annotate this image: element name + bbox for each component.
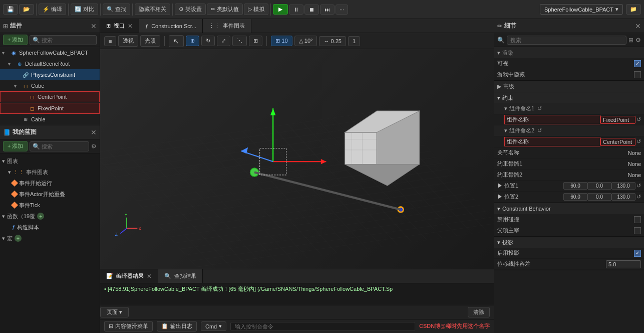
comp2-name-input[interactable] [600, 138, 635, 146]
pos1-z[interactable] [611, 182, 635, 190]
hide-button[interactable]: 隐藏不相关 [135, 4, 170, 15]
viewport-tab-close[interactable]: ✕ [128, 23, 133, 30]
visibility-checkbox[interactable]: ✓ [634, 60, 641, 67]
blueprint-search-input[interactable] [42, 143, 86, 149]
reset-comp1-icon[interactable]: ↺ [537, 105, 542, 112]
hamburger-button[interactable]: ≡ [104, 36, 116, 46]
add-function-button[interactable]: + [37, 213, 44, 220]
tree-item-cable[interactable]: ≋ Cable [0, 114, 100, 125]
tab-viewport[interactable]: ⊞ 视口 ✕ [100, 19, 139, 33]
angle-button[interactable]: △ 10° [294, 36, 317, 46]
add-macro-button[interactable]: + [15, 235, 22, 242]
snap-button[interactable]: ↔ 0.25 [319, 36, 346, 46]
function-construct[interactable]: ƒ 构造脚本 [0, 222, 100, 233]
more-button[interactable]: ··· [336, 5, 348, 15]
details-layout-icon[interactable]: ⊞ [628, 37, 633, 44]
comp1-name-input[interactable] [600, 116, 635, 124]
tree-item-physicsconstraint[interactable]: 🔗 PhysicsConstraint [0, 69, 100, 80]
pos2-x[interactable] [563, 193, 587, 201]
section-event-graph[interactable]: ▾ ⋮⋮ 事件图表 [0, 166, 100, 178]
simulate-button[interactable]: ▷ 模拟 [244, 4, 268, 15]
scale-button[interactable]: ⤢ [217, 36, 230, 46]
class-defaults-button[interactable]: ✏ 类默认值 [207, 4, 243, 15]
projection-header[interactable]: ▾ 投影 [494, 237, 644, 248]
blueprint-close[interactable]: ✕ [91, 128, 97, 136]
pos1-y[interactable] [587, 182, 611, 190]
translate-button[interactable]: ⊕ [186, 36, 199, 46]
components-search[interactable]: 🔍 [30, 35, 97, 45]
comp-name2-header[interactable]: ▾ 组件命名2 ↺ [494, 125, 644, 136]
linear-tol-input[interactable] [606, 260, 641, 268]
select-button[interactable]: ↖ [169, 35, 184, 47]
tool1-button[interactable]: ⋱ [232, 36, 247, 46]
reset-comp1-val-icon[interactable]: ↺ [636, 116, 641, 123]
play-button[interactable]: ▶ [273, 4, 288, 15]
constraint-header[interactable]: ▾ 约束 [494, 92, 644, 103]
class-settings-button[interactable]: ⚙ 类设置 [175, 4, 206, 15]
tab-eventgraph[interactable]: ⋮⋮ 事件图表 [203, 19, 251, 33]
tree-item-centerpoint[interactable]: ◻ CenterPoint [0, 91, 100, 102]
hidden-game-checkbox[interactable] [634, 71, 641, 78]
page-button[interactable]: 页面 ▾ [100, 307, 129, 317]
compile-button[interactable]: ⚡ 编译 [39, 4, 66, 15]
pos2-y[interactable] [587, 193, 611, 201]
settings-icon-bp[interactable]: ⚙ [91, 143, 97, 150]
components-panel-close[interactable]: ✕ [91, 22, 97, 30]
parent-dom-checkbox[interactable] [634, 227, 641, 234]
details-close[interactable]: ✕ [635, 22, 641, 30]
event-start[interactable]: 事件开始运行 [0, 178, 100, 189]
grid-button[interactable]: ⊞ 10 [271, 36, 292, 46]
event-actor-overlap[interactable]: 事件Actor开始重叠 [0, 189, 100, 200]
tree-item-fixedpoint[interactable]: ◻ FixedPoint [0, 103, 100, 114]
details-search-input[interactable] [507, 36, 626, 45]
save-button[interactable]: 💾 [3, 4, 18, 15]
section-macros[interactable]: ▾ 宏 + [0, 233, 100, 244]
open-button[interactable]: 📂 [19, 4, 34, 15]
find-button[interactable]: 🔍 查找 [103, 4, 130, 15]
reset-comp2-val-icon[interactable]: ↺ [636, 138, 641, 145]
tab-find-results[interactable]: 🔍 查找结果 [158, 269, 203, 283]
blueprint-search[interactable]: 🔍 [30, 141, 89, 151]
add-component-button[interactable]: + 添加 [3, 35, 28, 45]
tree-item-cube[interactable]: ▾ ◻ Cube [0, 80, 100, 91]
clear-button[interactable]: 清除 [468, 307, 490, 317]
project-dropdown[interactable]: SphereFollowCable_BPACT ▾ [540, 4, 623, 15]
compiler-tab-close[interactable]: ✕ [147, 273, 152, 280]
disable-col-checkbox[interactable] [634, 216, 641, 223]
perspective-button[interactable]: 透视 [118, 35, 138, 47]
content-menu-button[interactable]: ⊞ 内容侧滑菜单 [104, 321, 153, 331]
tab-construction[interactable]: ƒ Construction Scr... [139, 19, 203, 33]
folder-button[interactable]: 📁 [626, 4, 641, 15]
tree-item-defaultsceneroot[interactable]: ▾ ⊕ DefaultSceneRoot [0, 58, 100, 69]
event-tick[interactable]: 事件Tick [0, 200, 100, 211]
pos1-x[interactable] [563, 182, 587, 190]
enable-proj-checkbox[interactable]: ✓ [634, 250, 641, 257]
tab-compiler[interactable]: 📝 编译器结果 ✕ [100, 269, 158, 283]
viewport-canvas[interactable]: X Y Z [100, 49, 494, 269]
compare-button[interactable]: 🔄 对比 [71, 4, 98, 15]
details-settings-icon[interactable]: ⚙ [635, 37, 641, 44]
skip-button[interactable]: ⏭ [320, 5, 335, 15]
lighting-button[interactable]: 光照 [140, 35, 160, 47]
pos2-z[interactable] [611, 193, 635, 201]
cb-header[interactable]: ▾ Constraint Behavior [494, 203, 644, 214]
rotate-button[interactable]: ↻ [201, 36, 215, 46]
add-blueprint-button[interactable]: + 添加 [3, 141, 28, 151]
tool2-button[interactable]: ⊞ [249, 36, 262, 46]
section-graphs[interactable]: ▾ 图表 [0, 155, 100, 166]
section-functions[interactable]: ▾ 函数（19覆 + [0, 211, 100, 222]
pause-button[interactable]: ⏸ [289, 5, 303, 15]
reset-pos1-icon[interactable]: ↺ [636, 183, 641, 189]
comp-name1-header[interactable]: ▾ 组件命名1 ↺ [494, 103, 644, 114]
components-search-input[interactable] [42, 37, 94, 43]
scale-val-button[interactable]: 1 [348, 36, 360, 46]
reset-comp2-icon[interactable]: ↺ [537, 127, 542, 134]
output-log-button[interactable]: 📋 输出日志 [157, 321, 197, 331]
tree-item-root[interactable]: ▾ ◉ SphereFollowCable_BPACT [0, 47, 100, 58]
stop-button[interactable]: ⏹ [304, 5, 319, 15]
cmd-button[interactable]: Cmd ▾ [201, 321, 226, 331]
advanced-header[interactable]: ▶ 高级 [494, 81, 644, 92]
reset-pos2-icon[interactable]: ↺ [636, 194, 641, 200]
transform-header[interactable]: ▾ 渲染 [494, 47, 644, 58]
cmd-input[interactable] [230, 322, 415, 331]
